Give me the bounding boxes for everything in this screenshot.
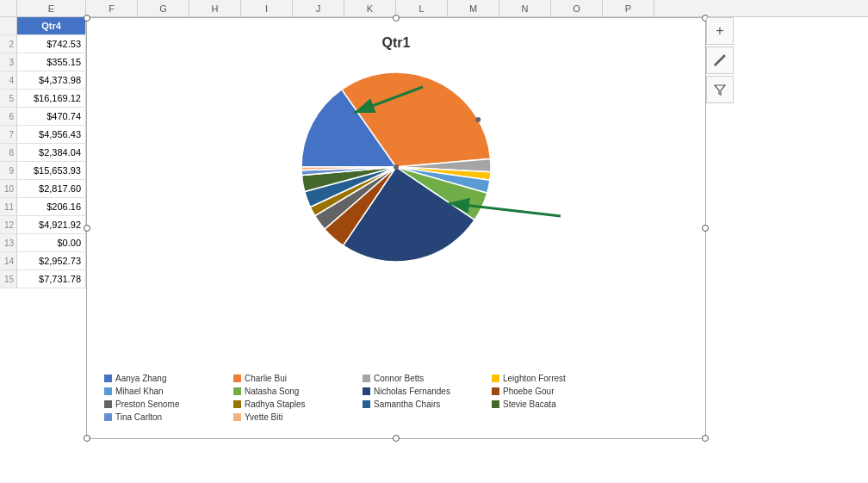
legend-color-leighton	[492, 375, 499, 382]
legend-item-radhya: Radhya Staples	[233, 399, 354, 409]
legend-item-aanya: Aanya Zhang	[104, 374, 225, 383]
col-p: P	[603, 0, 654, 16]
legend-item-stevie: Stevie Bacata	[492, 399, 612, 409]
col-l: L	[396, 0, 448, 16]
filter-button[interactable]	[706, 76, 734, 103]
col-i: I	[241, 0, 293, 16]
table-row: 5$16,169.12	[0, 90, 86, 108]
legend-color-mihael	[104, 387, 112, 395]
table-row: 15$7,731.78	[0, 270, 86, 288]
legend-label-phoebe: Phoebe Gour	[503, 387, 555, 396]
brush-button[interactable]	[706, 46, 734, 74]
chart-container[interactable]: Qtr1 A	[86, 17, 706, 439]
data-cell[interactable]: $355.15	[17, 53, 86, 71]
row-num: 9	[0, 162, 17, 179]
data-cell[interactable]: $2,952.73	[17, 252, 86, 269]
table-row: 12$4,921.92	[0, 216, 86, 234]
col-f: F	[86, 0, 138, 16]
table-row: 9$15,653.93	[0, 162, 86, 180]
row-num-header	[0, 0, 17, 16]
data-cell[interactable]: $470.74	[17, 108, 86, 125]
pie-chart	[267, 55, 525, 279]
pie-center-dot	[394, 164, 399, 170]
legend-label-samantha: Samantha Chairs	[374, 399, 440, 409]
data-cell[interactable]: $4,921.92	[17, 216, 86, 233]
legend-label-leighton: Leighton Forrest	[503, 374, 566, 383]
handle-mr	[702, 225, 709, 232]
row-num: 11	[0, 198, 17, 215]
col-headers: E F G H I J K L M N O P	[0, 0, 868, 17]
data-cell[interactable]: $7,731.78	[17, 270, 86, 288]
col-o: O	[551, 0, 603, 16]
legend-color-phoebe	[492, 387, 499, 395]
spreadsheet: E F G H I J K L M N O P Qtr4 2$742.533$3…	[0, 0, 868, 483]
handle-bm	[393, 435, 400, 442]
legend-label-stevie: Stevie Bacata	[503, 399, 556, 409]
col-k: K	[344, 0, 396, 16]
col-g: G	[138, 0, 189, 16]
table-row: 3$355.15	[0, 53, 86, 71]
col-e: E	[17, 0, 86, 16]
handle-bl	[84, 435, 90, 442]
pie-edge-dot	[475, 117, 480, 122]
row-num: 8	[0, 144, 17, 161]
row-num: 4	[0, 71, 17, 89]
pie-chart-area	[87, 55, 705, 279]
row-num: 3	[0, 53, 17, 71]
legend-item-connor: Connor Betts	[363, 374, 483, 383]
data-cell[interactable]: $15,653.93	[17, 162, 86, 179]
data-cell[interactable]: $2,384.04	[17, 144, 86, 161]
legend-item-samantha: Samantha Chairs	[363, 399, 483, 409]
row-num: 2	[0, 35, 17, 53]
row-num	[0, 17, 17, 34]
legend-label-radhya: Radhya Staples	[245, 399, 306, 409]
data-cell[interactable]: $206.16	[17, 198, 86, 215]
legend-color-charlie	[233, 375, 241, 382]
legend-label-charlie: Charlie Bui	[245, 374, 287, 383]
legend-color-natasha	[233, 387, 241, 395]
data-cell[interactable]: $4,373.98	[17, 71, 86, 89]
table-row: 10$2,817.60	[0, 180, 86, 198]
legend-item-charlie: Charlie Bui	[233, 374, 354, 383]
add-element-button[interactable]: +	[706, 17, 734, 45]
table-row: 14$2,952.73	[0, 252, 86, 270]
handle-br	[702, 435, 709, 442]
table-row: 6$470.74	[0, 108, 86, 126]
legend-label-natasha: Natasha Song	[245, 387, 299, 396]
legend-label-mihael: Mihael Khan	[115, 387, 164, 396]
legend-label-connor: Connor Betts	[374, 374, 424, 383]
legend-item-tina: Tina Carlton	[104, 412, 225, 422]
row-num: 7	[0, 126, 17, 143]
table-row: 8$2,384.04	[0, 144, 86, 162]
row-num: 15	[0, 270, 17, 288]
legend-item-nicholas: Nicholas Fernandes	[363, 387, 483, 396]
legend-color-connor	[363, 375, 370, 382]
data-cell[interactable]: $4,956.43	[17, 126, 86, 143]
legend-row-3: Preston Senome Radhya Staples Samantha C…	[104, 399, 688, 409]
legend-color-aanya	[104, 375, 112, 382]
legend-item-yvette: Yvette Biti	[233, 412, 354, 422]
legend-color-tina	[104, 413, 112, 421]
legend-item-leighton: Leighton Forrest	[492, 374, 612, 383]
data-cell[interactable]: $0.00	[17, 234, 86, 251]
col-m: M	[448, 0, 499, 16]
handle-tl	[84, 15, 90, 22]
legend-row-4: Tina Carlton Yvette Biti	[104, 412, 688, 422]
legend-label-tina: Tina Carlton	[115, 412, 162, 422]
qtr4-header[interactable]: Qtr4	[17, 17, 86, 34]
legend-item-mihael: Mihael Khan	[104, 387, 225, 396]
table-row: 7$4,956.43	[0, 126, 86, 144]
legend-item-preston: Preston Senome	[104, 399, 225, 409]
legend-label-aanya: Aanya Zhang	[115, 374, 167, 383]
legend-label-preston: Preston Senome	[115, 399, 180, 409]
data-cell[interactable]: $742.53	[17, 35, 86, 53]
table-row: 4$4,373.98	[0, 71, 86, 90]
data-cell[interactable]: $16,169.12	[17, 90, 86, 107]
legend-color-radhya	[233, 400, 241, 408]
col-h: H	[189, 0, 241, 16]
col-j: J	[293, 0, 344, 16]
data-cell[interactable]: $2,817.60	[17, 180, 86, 197]
chart-title: Qtr1	[87, 35, 705, 51]
row-num: 10	[0, 180, 17, 197]
chart-legend: Aanya Zhang Charlie Bui Connor Betts Lei…	[104, 374, 688, 425]
